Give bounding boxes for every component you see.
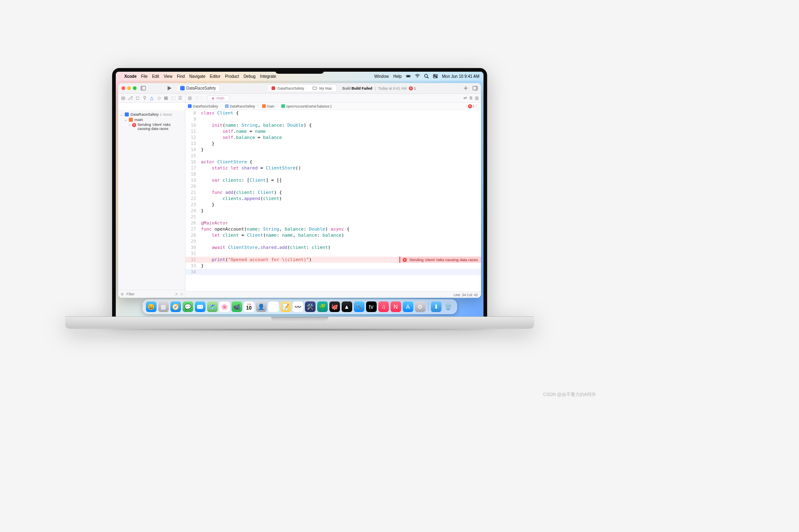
dock-app-appstore-dev[interactable]: ▲ (342, 301, 352, 312)
editor-options-button[interactable]: ≣ (469, 96, 472, 100)
report-navigator-icon[interactable]: ☰ (178, 95, 183, 101)
wifi-icon[interactable] (415, 74, 420, 79)
nav-root-label[interactable]: DataRaceSafety 1 issue (130, 112, 172, 117)
search-icon[interactable] (424, 74, 429, 79)
dock-app-photos[interactable]: 🌸 (219, 301, 230, 312)
code-line[interactable]: 10 init(name: String, balance: Double) { (185, 122, 481, 128)
battery-icon[interactable] (406, 74, 411, 79)
source-editor[interactable]: 8class Client {910 init(name: String, ba… (185, 110, 481, 291)
menu-window[interactable]: Window (374, 74, 389, 79)
menu-view[interactable]: View (163, 74, 172, 79)
run-destination[interactable]: DataRaceSafety 〉 My Mac (267, 84, 337, 92)
code-line[interactable]: 9 (185, 116, 481, 122)
dock-app-launchpad[interactable]: ▦ (158, 301, 169, 312)
code-line[interactable]: 33} (185, 263, 481, 269)
filter-icon[interactable]: ⊕ (121, 292, 124, 296)
code-line[interactable]: 8class Client { (185, 110, 481, 116)
zoom-button[interactable] (133, 86, 137, 90)
filter-input[interactable] (126, 292, 172, 296)
code-line[interactable]: 27func openAccount(name: String, balance… (185, 226, 481, 232)
dock-app-calendar[interactable]: JUN10 (244, 301, 254, 312)
menu-navigate[interactable]: Navigate (189, 74, 205, 79)
find-navigator-icon[interactable]: ⚲ (142, 95, 147, 101)
code-line[interactable]: 23 } (185, 202, 481, 208)
menu-find[interactable]: Find (177, 74, 185, 79)
menubar-app-name[interactable]: Xcode (124, 74, 137, 79)
code-line[interactable]: 30 await ClientStore.shared.add(client: … (185, 244, 481, 251)
dock-app-facetime[interactable]: 📹 (232, 301, 242, 312)
dock-app-messages[interactable]: 💬 (183, 301, 193, 312)
bookmark-navigator-icon[interactable]: ◻ (135, 95, 140, 101)
editor-layout-icon[interactable]: ▥ (188, 96, 192, 100)
dock-app-music[interactable]: ♫ (378, 301, 389, 312)
dock-app-tv[interactable]: tv (366, 301, 377, 312)
dock-app-safari[interactable]: 🧭 (170, 301, 181, 312)
scope-filter-icon[interactable]: ⊘ (180, 292, 183, 296)
debug-navigator-icon[interactable]: ▦ (164, 95, 169, 101)
menu-edit[interactable]: Edit (152, 74, 159, 79)
code-line[interactable]: 14} (185, 147, 481, 153)
code-line[interactable]: 19 var clients: [Client] = [] (185, 177, 481, 183)
control-center-icon[interactable] (433, 74, 438, 79)
dock-app-freeform[interactable]: 〰️ (293, 301, 303, 312)
nav-issue-label[interactable]: Sending 'client' risks causing data race… (138, 123, 183, 131)
dock-app-appstore[interactable]: A (403, 301, 413, 312)
code-line[interactable]: 12 self.balance = balance (185, 134, 481, 141)
code-line[interactable]: 25 (185, 214, 481, 220)
code-line[interactable]: 13 } (185, 141, 481, 147)
dock-app-news[interactable]: N (391, 301, 401, 312)
code-line[interactable]: 20 (185, 183, 481, 189)
jump-bar[interactable]: DataRaceSafety 〉 DataRaceSafety 〉 main 〉… (185, 103, 481, 110)
adjust-editor-button[interactable]: ⇄ (464, 96, 467, 100)
dock-app-app2[interactable]: 🧩 (317, 301, 328, 312)
breakpoint-navigator-icon[interactable]: ⬚ (171, 95, 176, 101)
nav-forward-button[interactable]: 〉 (201, 95, 205, 101)
code-line[interactable]: 17 static let shared = ClientStore() (185, 165, 481, 171)
code-line[interactable]: 24} (185, 208, 481, 214)
menu-file[interactable]: File (141, 74, 148, 79)
dock-app-mail[interactable]: ✉️ (195, 301, 205, 312)
dock-app-downloads[interactable]: ⬇︎ (431, 301, 441, 312)
inline-error-banner[interactable]: ✕Sending 'client' risks causing data rac… (399, 257, 481, 263)
dock-app-reminders[interactable]: ☑︎ (268, 301, 279, 312)
code-line[interactable]: 29 (185, 238, 481, 244)
menu-help[interactable]: Help (393, 74, 402, 79)
dock-app-app1[interactable]: 🛠️ (305, 301, 316, 312)
dock-app-xcode[interactable]: 🔨 (354, 301, 364, 312)
error-badge[interactable]: ✕1 (409, 86, 416, 90)
dock-app-maps[interactable]: 🗺️ (207, 301, 218, 312)
nav-file-label[interactable]: main (135, 117, 143, 122)
code-line[interactable]: 31 (185, 251, 481, 257)
close-button[interactable] (121, 86, 125, 90)
code-line[interactable]: 21 func add(client: Client) { (185, 189, 481, 196)
code-line[interactable]: 16actor ClientStore { (185, 159, 481, 165)
menubar-datetime[interactable]: Mon Jun 10 9:41 AM (442, 74, 479, 79)
jumpbar-error-stepper[interactable]: 〈 ✕1 〉 (464, 104, 479, 108)
menu-integrate[interactable]: Integrate (260, 74, 276, 79)
dock-app-finder[interactable]: 😀 (146, 301, 157, 312)
dock-app-trash[interactable]: 🗑️ (443, 301, 454, 312)
code-line[interactable]: 15 (185, 153, 481, 159)
project-navigator-icon[interactable]: ▤ (121, 95, 126, 101)
code-line[interactable]: 34 (185, 269, 481, 275)
issue-navigator-icon[interactable]: △ (150, 95, 155, 101)
code-line[interactable]: 28 let client = Client(name: name, balan… (185, 232, 481, 238)
code-line[interactable]: 26@MainActor (185, 220, 481, 226)
dock-app-notes[interactable]: 📝 (280, 301, 291, 312)
source-control-navigator-icon[interactable]: ⎇ (128, 95, 133, 101)
code-line[interactable]: 18 (185, 171, 481, 177)
minimize-button[interactable] (127, 86, 131, 90)
code-line[interactable]: 22 clients.append(client) (185, 196, 481, 202)
add-button[interactable] (463, 86, 468, 91)
run-button[interactable] (166, 85, 172, 91)
dock-app-contacts[interactable]: 👤 (256, 301, 267, 312)
editor-tab[interactable]: ◆ main (207, 95, 229, 101)
disclosure-icon[interactable]: ⌄ (120, 112, 123, 117)
library-button[interactable] (472, 86, 478, 91)
menu-editor[interactable]: Editor (210, 74, 221, 79)
toggle-left-panel-button[interactable] (141, 86, 146, 91)
test-navigator-icon[interactable]: ◇ (157, 95, 161, 101)
dock-app-settings[interactable]: ⚙︎ (415, 301, 426, 312)
disclosure-icon[interactable]: ⌄ (124, 117, 127, 122)
menu-debug[interactable]: Debug (243, 74, 255, 79)
